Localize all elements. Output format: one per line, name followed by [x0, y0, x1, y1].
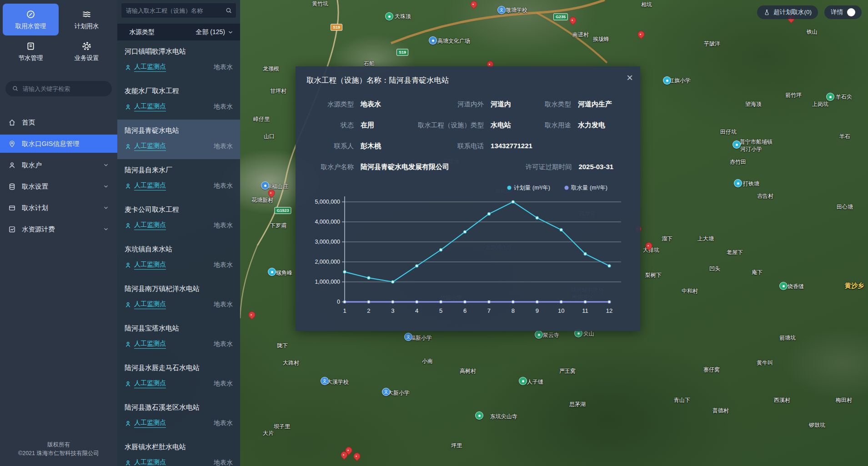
poi-marker[interactable]: [268, 268, 276, 276]
school-marker[interactable]: [261, 181, 269, 190]
search-icon[interactable]: [225, 7, 232, 14]
list-item[interactable]: 陆河县自来水厂人工监测点地表水: [117, 159, 240, 199]
home-icon: [8, 119, 16, 126]
module-2[interactable]: 计划用水: [59, 4, 115, 35]
school-marker[interactable]: 文: [382, 388, 390, 396]
list-item[interactable]: 东坑镇自来水站人工监测点地表水: [117, 238, 240, 278]
module-4[interactable]: 业务设置: [59, 35, 115, 67]
map-label: 上大塘: [697, 235, 714, 243]
person-icon: [125, 143, 131, 150]
list-item[interactable]: 麦卡公司取水工程人工监测点地表水: [117, 199, 240, 238]
poi-marker[interactable]: [734, 179, 742, 187]
poi-marker[interactable]: [519, 377, 527, 385]
map-label: 甘坪村: [270, 87, 286, 95]
list-item[interactable]: 陆河县宝塔水电站人工监测点地表水: [117, 317, 240, 357]
map-label: 西溪村: [774, 396, 790, 404]
poi-marker[interactable]: [385, 12, 393, 20]
x-tick-label: 8: [512, 307, 515, 314]
person-icon: [125, 104, 131, 110]
toggle-knob[interactable]: [847, 8, 855, 16]
monitor-type-link[interactable]: 人工监测点: [134, 419, 166, 428]
field-value: 在用: [361, 121, 374, 130]
map-label: 南进村: [572, 31, 589, 39]
monitor-type-link[interactable]: 人工监测点: [134, 142, 166, 151]
card-icon: [8, 204, 16, 212]
map-label: 相坑: [641, 1, 652, 9]
filter-value-dropdown[interactable]: 全部 (125): [196, 28, 234, 36]
data-point: [608, 265, 611, 267]
data-point: [440, 249, 442, 251]
poi-marker[interactable]: [535, 331, 543, 339]
list-item[interactable]: 陆河县南万镇杞洋水电站人工监测点地表水: [117, 278, 240, 317]
facility-name: 陆河县自来水厂: [125, 166, 233, 175]
list-item[interactable]: 河口镇唱歌潭水电站人工监测点地表水: [117, 40, 240, 80]
module-3[interactable]: 节水管理: [3, 35, 59, 67]
map-label: 庵下: [752, 269, 763, 276]
sidebar-search-input[interactable]: [5, 81, 112, 96]
map-label: 嶂仔里: [253, 115, 270, 123]
list-item[interactable]: 水唇镇水栏肚水电站人工监测点地表水: [117, 436, 240, 466]
intake-search-input[interactable]: [121, 3, 236, 18]
map-label: 望海顶: [745, 100, 762, 108]
data-point: [536, 216, 538, 219]
data-point: [391, 301, 394, 303]
list-item[interactable]: 陆河县激石溪老区水电站人工监测点地表水: [117, 396, 240, 436]
detail-field: 取水工程（设施）类型水电站: [404, 121, 526, 130]
monitor-type-link[interactable]: 人工监测点: [134, 379, 166, 388]
data-point: [487, 212, 490, 215]
facility-name: 陆河县南万镇杞洋水电站: [125, 285, 233, 293]
map-label: 人子缝: [527, 378, 543, 386]
detail-toggle[interactable]: 详情: [824, 5, 862, 19]
poi-marker[interactable]: [779, 282, 788, 290]
monitor-type-link[interactable]: 人工监测点: [134, 221, 166, 230]
sidebar-item-3[interactable]: 取水户: [0, 156, 117, 174]
over-plan-intake-button[interactable]: 超计划取水(0): [757, 5, 818, 19]
close-icon[interactable]: ×: [627, 73, 633, 83]
school-marker[interactable]: 文: [404, 333, 412, 341]
map-label: 寨仔窝: [703, 366, 720, 374]
facility-name: 陆河县青碇水电站: [125, 126, 233, 135]
water-source-type: 地表水: [214, 103, 233, 111]
chevron-down-icon: [103, 226, 109, 232]
road-shield: G235: [553, 14, 568, 20]
water-source-type: 地表水: [214, 380, 233, 388]
person-icon: [125, 381, 131, 387]
sidebar-item-4[interactable]: 取水设置: [0, 177, 117, 195]
map-label: 大路村: [283, 359, 299, 367]
monitor-type-link[interactable]: 人工监测点: [134, 340, 166, 349]
monitor-type-link[interactable]: 人工监测点: [134, 181, 166, 190]
school-marker[interactable]: 文: [497, 6, 506, 14]
map-label: 坝子里: [274, 423, 290, 431]
person-icon: [125, 64, 131, 71]
monitor-type-link[interactable]: 人工监测点: [134, 102, 166, 111]
sidebar-item-2[interactable]: 取水口GIS信息管理: [0, 135, 117, 153]
monitor-type-link[interactable]: 人工监测点: [134, 261, 166, 270]
poi-marker[interactable]: [475, 411, 483, 420]
monitor-type-link[interactable]: 人工监测点: [134, 300, 166, 309]
map-label: 坪里: [451, 442, 462, 450]
list-item[interactable]: 友能水厂取水工程人工监测点地表水: [117, 80, 240, 120]
map-label: 福新小学: [410, 334, 432, 342]
sidebar-item-1[interactable]: 首页: [0, 113, 117, 131]
map-label: 打铁塘: [743, 180, 759, 188]
poi-marker[interactable]: [826, 93, 834, 101]
map-label: 陇下: [277, 342, 288, 350]
list-item[interactable]: 陆河县青碇水电站人工监测点地表水: [117, 120, 240, 159]
poi-marker[interactable]: [733, 140, 741, 149]
list-item[interactable]: 陆河县水唇走马石水电站人工监测点地表水: [117, 357, 240, 396]
school-marker[interactable]: [429, 36, 437, 45]
map-label: 赤竹田: [730, 158, 746, 166]
school-marker[interactable]: 文: [321, 377, 329, 385]
monitor-type-link[interactable]: 人工监测点: [134, 458, 166, 466]
poi-marker[interactable]: [663, 76, 671, 85]
chart-icon: [8, 225, 16, 233]
map-label: 青山下: [674, 396, 690, 404]
monitor-type-link[interactable]: 人工监测点: [134, 63, 166, 72]
data-point: [608, 301, 611, 303]
map-label: 螺角峰: [276, 269, 292, 277]
data-point: [584, 252, 587, 255]
map-label: 河汀小学: [740, 145, 762, 153]
sidebar-item-6[interactable]: 水资源计费: [0, 220, 117, 238]
module-1[interactable]: 取用水管理: [3, 4, 59, 35]
sidebar-item-5[interactable]: 取水计划: [0, 199, 117, 217]
